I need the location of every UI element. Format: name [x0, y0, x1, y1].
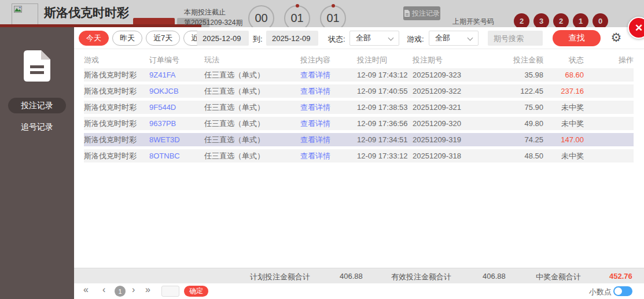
game-select-value: 全部: [435, 33, 450, 43]
last-page-button[interactable]: »: [145, 285, 150, 295]
status-value: 未中奖: [551, 119, 593, 129]
view-details-link[interactable]: 查看详情: [300, 71, 330, 79]
sidebar-item-追号记录[interactable]: 追号记录: [8, 119, 66, 135]
order-link[interactable]: 9Z41FA: [149, 71, 204, 79]
view-details-link[interactable]: 查看详情: [300, 87, 330, 95]
status-select-value: 全部: [356, 33, 371, 43]
table-row: 斯洛伐克时时彩9637PB任三直选（单式）查看详情12-09 17:36:562…: [84, 117, 634, 130]
modal-sidebar: 投注记录追号记录: [0, 27, 74, 299]
column-header: 订单编号: [149, 55, 204, 65]
cell: 任三直选（单式）: [204, 86, 300, 97]
decimal-toggle-label: 小数点: [589, 287, 612, 297]
cell: 任三直选（单式）: [204, 119, 300, 129]
cell: 斯洛伐克时时彩: [84, 70, 149, 80]
view-details-link[interactable]: 查看详情: [300, 135, 330, 144]
order-link[interactable]: 9F544D: [149, 103, 204, 112]
column-header: 玩法: [204, 55, 300, 65]
column-header: 投注期号: [413, 55, 498, 65]
status-value: 68.60: [551, 71, 593, 79]
pagination-bar: « ‹ 1 › » 确定 小数点: [74, 283, 644, 299]
totals-bar: 计划投注金额合计 406.88 有效投注金额合计 406.88 中奖金额合计 4…: [74, 268, 644, 283]
status-select[interactable]: 全部: [349, 31, 399, 46]
sidebar-item-投注记录[interactable]: 投注记录: [8, 98, 66, 113]
table-row: 斯洛伐克时时彩9OKJCB任三直选（单式）查看详情12-09 17:40:552…: [84, 84, 634, 98]
overlay-dim: [0, 0, 644, 27]
status-value: 237.16: [551, 87, 593, 95]
column-header: 投注内容: [300, 55, 357, 65]
win-total-label: 中奖金额合计: [536, 272, 581, 282]
valid-total-value: 406.88: [483, 272, 506, 280]
cell: 49.80: [498, 119, 551, 128]
status-label: 状态:: [328, 34, 345, 45]
status-value: 未中奖: [551, 102, 593, 113]
cell: 斯洛伐克时时彩: [84, 86, 149, 97]
cell: 12-09 17:34:51: [357, 135, 413, 144]
quick-range-button[interactable]: 近7天: [146, 31, 180, 46]
game-select[interactable]: 全部: [429, 31, 479, 46]
table-row: 斯洛伐克时时彩8OTNBC任三直选（单式）查看详情12-09 17:33:122…: [84, 149, 634, 163]
toggle-knob: [614, 287, 622, 295]
cell: 20251209-320: [413, 119, 498, 128]
table-body: 斯洛伐克时时彩9Z41FA任三直选（单式）查看详情12-09 17:43:122…: [84, 68, 634, 163]
game-label: 游戏:: [407, 34, 424, 45]
quick-range-button[interactable]: 昨天: [112, 31, 142, 46]
chevron-down-icon: [388, 35, 394, 41]
records-modal: 今天昨天近7天近30天 到: 状态: 全部 游戏: 全部 查找 ⚙ 游戏订单编号…: [74, 27, 644, 299]
period-search-input[interactable]: [488, 31, 543, 46]
table-row: 斯洛伐克时时彩9Z41FA任三直选（单式）查看详情12-09 17:43:122…: [84, 68, 634, 82]
first-page-button[interactable]: «: [83, 285, 89, 295]
cell: 任三直选（单式）: [204, 151, 300, 161]
order-link[interactable]: 8WET3D: [149, 135, 204, 144]
page-header: 斯洛伐克时时彩 本期投注截止 第20251209-324期 000101 投注记…: [0, 0, 644, 27]
order-link[interactable]: 9OKJCB: [149, 87, 204, 95]
table-row: 斯洛伐克时时彩8WET3D任三直选（单式）查看详情12-09 17:34:512…: [84, 133, 634, 146]
cell: 斯洛伐克时时彩: [84, 119, 149, 129]
column-header: 投注时间: [357, 55, 413, 65]
cell: 查看详情: [300, 70, 357, 80]
next-page-button[interactable]: ›: [132, 285, 135, 295]
view-details-link[interactable]: 查看详情: [300, 103, 330, 112]
order-link[interactable]: 8OTNBC: [149, 152, 204, 160]
column-header: 游戏: [84, 55, 149, 65]
cell: 查看详情: [300, 102, 357, 113]
cell: 查看详情: [300, 151, 357, 161]
quick-range-button[interactable]: 今天: [79, 31, 109, 46]
cell: 12-09 17:36:56: [357, 119, 413, 128]
page-jump-input[interactable]: [161, 286, 179, 297]
view-details-link[interactable]: 查看详情: [300, 152, 330, 160]
cell: 任三直选（单式）: [204, 102, 300, 113]
cell: 查看详情: [300, 86, 357, 97]
planned-total-label: 计划投注金额合计: [250, 272, 310, 282]
cell: 122.45: [498, 87, 551, 95]
gear-icon[interactable]: ⚙: [609, 30, 624, 45]
cell: 20251209-319: [413, 135, 498, 144]
cell: 20251209-323: [413, 71, 498, 79]
cell: 斯洛伐克时时彩: [84, 135, 149, 145]
cell: 20251209-318: [413, 152, 498, 160]
order-link[interactable]: 9637PB: [149, 119, 204, 128]
table-row: 斯洛伐克时时彩9F544D任三直选（单式）查看详情12-09 17:38:532…: [84, 101, 634, 114]
column-header: 操作: [593, 55, 634, 65]
prev-page-button[interactable]: ‹: [102, 285, 105, 295]
date-from-input[interactable]: [197, 31, 249, 46]
cell: 20251209-321: [413, 103, 498, 112]
date-to-input[interactable]: [266, 31, 318, 46]
view-details-link[interactable]: 查看详情: [300, 119, 330, 128]
document-icon: [24, 50, 50, 82]
cell: 74.25: [498, 135, 551, 144]
decimal-toggle[interactable]: [613, 286, 632, 296]
cell: 75.90: [498, 103, 551, 112]
search-button[interactable]: 查找: [553, 30, 601, 46]
valid-total-label: 有效投注金额合计: [391, 272, 451, 282]
page-confirm-button[interactable]: 确定: [184, 286, 208, 297]
current-page-indicator[interactable]: 1: [115, 286, 126, 297]
cell: 35.98: [498, 71, 551, 79]
to-label: 到:: [253, 34, 263, 45]
table-header-row: 游戏订单编号玩法投注内容投注时间投注期号投注金额状态操作: [84, 52, 634, 68]
cell: 查看详情: [300, 119, 357, 129]
cell: 20251209-322: [413, 87, 498, 95]
cell: 12-09 17:38:53: [357, 103, 413, 112]
status-value: 未中奖: [551, 151, 593, 161]
cell: 斯洛伐克时时彩: [84, 151, 149, 161]
cell: 12-09 17:43:12: [357, 71, 413, 79]
